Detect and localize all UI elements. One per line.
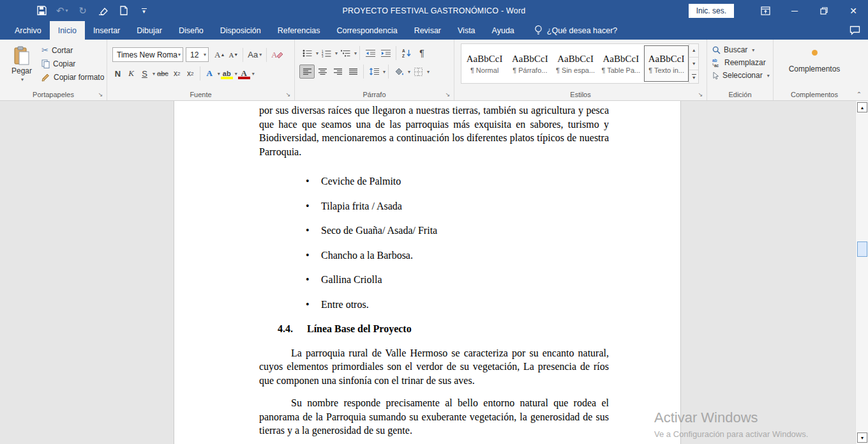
line-spacing-button[interactable] <box>366 65 382 79</box>
save-icon[interactable] <box>36 4 47 18</box>
multilevel-dropdown-icon[interactable]: ▾ <box>354 50 357 56</box>
style-texto-independiente[interactable]: AaBbCcI ¶ Texto in... <box>644 45 689 82</box>
find-dropdown-icon[interactable]: ▾ <box>752 47 754 53</box>
chevron-down-icon: ▾ <box>204 52 206 57</box>
eraser-icon[interactable] <box>98 4 109 18</box>
collapse-ribbon-icon[interactable]: ⌃ <box>854 91 864 98</box>
feedback-icon[interactable] <box>849 26 860 35</box>
group-label-edicion: Edición <box>707 91 773 98</box>
subscript-button[interactable]: x2 <box>170 66 184 80</box>
tab-archivo[interactable]: Archivo <box>6 21 50 40</box>
section-heading: 4.4.Línea Base del Proyecto <box>278 322 609 336</box>
tab-ayuda[interactable]: Ayuda <box>484 21 523 40</box>
sort-button[interactable]: AZ <box>399 46 414 60</box>
tab-inicio[interactable]: Inicio <box>50 21 85 40</box>
scrollbar-thumb[interactable] <box>857 241 867 257</box>
tab-disposicion[interactable]: Disposición <box>212 21 269 40</box>
redo-icon[interactable]: ↻ <box>77 4 89 18</box>
tell-me-box[interactable]: ¿Qué desea hacer? <box>534 21 618 40</box>
document-text: por sus diversas raíces que llegaron a n… <box>174 101 680 444</box>
line-spacing-dropdown-icon[interactable]: ▾ <box>383 69 385 75</box>
tab-dibujar[interactable]: Dibujar <box>128 21 170 40</box>
parrafo-dialog-launcher-icon[interactable]: ↘ <box>444 91 451 98</box>
text-effects-button[interactable]: A <box>203 66 216 80</box>
sign-in-button[interactable]: Inic. ses. <box>689 4 734 18</box>
portapapeles-dialog-launcher-icon[interactable]: ↘ <box>97 91 104 98</box>
bullets-button[interactable] <box>299 46 315 60</box>
strikethrough-button[interactable]: abc <box>155 66 170 80</box>
ribbon-tabs: Archivo Inicio Insertar Dibujar Diseño D… <box>0 21 523 40</box>
tab-insertar[interactable]: Insertar <box>85 21 128 40</box>
addins-button[interactable]: Complementos <box>774 50 855 73</box>
style-sin-espaciado[interactable]: AaBbCcI ¶ Sin espa... <box>553 45 597 82</box>
restore-button[interactable] <box>809 0 839 21</box>
styles-scroll-down-icon[interactable]: ▼ <box>689 57 698 71</box>
highlight-color-button[interactable]: ab <box>220 66 234 80</box>
tell-me-label: ¿Qué desea hacer? <box>547 26 618 35</box>
styles-scroll-up-icon[interactable]: ▲ <box>689 44 698 57</box>
list-item: Gallina Criolla <box>321 273 609 287</box>
increase-indent-button[interactable] <box>378 46 393 60</box>
addin-dot-icon <box>812 50 818 56</box>
document-page[interactable]: por sus diversas raíces que llegaron a n… <box>174 101 681 444</box>
scroll-down-icon[interactable]: ▼ <box>857 433 867 443</box>
paste-button[interactable]: Pegar ▾ <box>5 42 38 90</box>
undo-icon[interactable]: ↶▾ <box>56 4 68 18</box>
tab-vista[interactable]: Vista <box>449 21 484 40</box>
borders-dropdown-icon[interactable]: ▾ <box>427 69 430 75</box>
style-parrafo[interactable]: AaBbCcI ¶ Párrafo... <box>507 45 552 82</box>
ribbon: Pegar ▾ ✂ Cortar Copiar Copiar formato P… <box>0 40 868 101</box>
tab-revisar[interactable]: Revisar <box>406 21 449 40</box>
bullet-list-icon <box>303 49 312 57</box>
decrease-indent-button[interactable] <box>363 46 378 60</box>
group-parrafo: ▾ 123 ▾ ▾ AZ ¶ <box>295 40 454 100</box>
fuente-dialog-launcher-icon[interactable]: ↘ <box>285 91 292 98</box>
ribbon-display-options-icon[interactable] <box>751 0 780 21</box>
font-color-button[interactable]: A <box>237 66 251 80</box>
numbering-button[interactable]: 123 <box>318 46 334 60</box>
cut-button[interactable]: ✂ Cortar <box>40 45 106 56</box>
customize-qat-icon[interactable]: ▾ <box>138 4 150 18</box>
style-table-paragraph[interactable]: AaBbCcI ¶ Table Pa... <box>599 45 643 82</box>
font-name-select[interactable]: Times New Roma▾ <box>112 47 183 62</box>
copy-button[interactable]: Copiar <box>40 59 106 69</box>
scroll-up-icon[interactable]: ▲ <box>857 102 867 112</box>
select-button[interactable]: Seleccionar ▾ <box>712 71 773 80</box>
tab-diseno[interactable]: Diseño <box>170 21 212 40</box>
clear-formatting-button[interactable]: A <box>269 48 285 62</box>
styles-more-icon[interactable]: ▼ <box>689 70 698 83</box>
change-case-button[interactable]: Aa▾ <box>246 48 264 62</box>
new-document-icon[interactable] <box>118 4 130 18</box>
justify-button[interactable] <box>345 65 361 79</box>
bold-button[interactable]: N <box>111 66 124 80</box>
find-button[interactable]: Buscar ▾ <box>712 45 773 54</box>
multilevel-list-button[interactable] <box>338 46 353 60</box>
vertical-scrollbar[interactable]: ▲ ▼ <box>855 101 868 444</box>
borders-button[interactable] <box>410 65 426 79</box>
underline-button[interactable]: S <box>138 66 151 80</box>
font-color-dropdown-icon[interactable]: ▾ <box>252 71 255 77</box>
superscript-button[interactable]: x2 <box>184 66 197 80</box>
align-left-button[interactable] <box>299 65 315 79</box>
close-button[interactable]: ✕ <box>839 0 868 21</box>
select-dropdown-icon[interactable]: ▾ <box>767 73 770 79</box>
ribbon-tab-row: Archivo Inicio Insertar Dibujar Diseño D… <box>0 21 868 40</box>
align-right-button[interactable] <box>330 65 345 79</box>
italic-button[interactable]: K <box>124 66 138 80</box>
tab-referencias[interactable]: Referencias <box>269 21 329 40</box>
paste-dropdown-icon[interactable]: ▾ <box>21 77 24 82</box>
shrink-font-button[interactable]: A▼ <box>227 48 240 62</box>
increase-indent-icon <box>381 49 391 57</box>
grow-font-button[interactable]: A▲ <box>213 48 227 62</box>
format-painter-button[interactable]: Copiar formato <box>40 72 106 82</box>
svg-text:ac: ac <box>714 63 719 68</box>
style-normal[interactable]: AaBbCcI ¶ Normal <box>462 45 507 82</box>
estilos-dialog-launcher-icon[interactable]: ↘ <box>697 91 704 98</box>
tab-correspondencia[interactable]: Correspondencia <box>328 21 405 40</box>
replace-button[interactable]: abac Reemplazar <box>712 58 773 67</box>
align-center-button[interactable] <box>315 65 330 79</box>
font-size-select[interactable]: 12▾ <box>186 47 209 62</box>
show-marks-button[interactable]: ¶ <box>414 46 430 60</box>
minimize-button[interactable]: ─ <box>780 0 809 21</box>
shading-button[interactable] <box>391 65 407 79</box>
